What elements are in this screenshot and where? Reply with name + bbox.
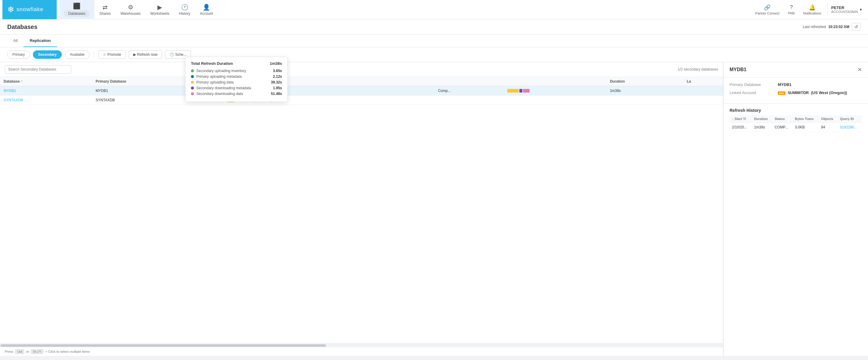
hist-col-status[interactable]: Status	[772, 115, 792, 123]
partner-connect-label: Partner Connect	[755, 11, 779, 15]
nav-item-shares[interactable]: ⇄ Shares	[94, 1, 116, 18]
search-bar-row: 1/2 secondary databases	[0, 62, 723, 77]
tooltip-dot-1	[191, 75, 194, 78]
tooltip-value-0: 3.65s	[273, 69, 282, 73]
hist-col-bytes[interactable]: Bytes Trans	[793, 115, 819, 123]
nav-item-worksheets[interactable]: ▶ Worksheets	[145, 1, 174, 18]
table: Database ↑ Primary Database Linked Accou…	[0, 77, 723, 105]
hist-col-start[interactable]: ↓ Start Ti	[730, 115, 752, 123]
hist-col-queryid[interactable]: Query ID	[838, 115, 862, 123]
last-refreshed-label: Last refreshed	[803, 25, 826, 29]
nav-item-databases[interactable]: ⬛ Databases	[59, 0, 94, 19]
progress-seg-2	[519, 89, 522, 93]
nav-label-databases: Databases	[64, 10, 90, 17]
nav-label-account: Account	[200, 11, 213, 16]
history-row-1[interactable]: 2/10/20... 1m38s COMP... 3.0KB 84 019228…	[730, 123, 862, 132]
table-body: MYDB1 MYDB1 aws SUMMI... (US West (Ore..…	[0, 86, 723, 105]
db-count: 1/2 secondary databases	[678, 67, 718, 71]
hist-queryid: 0192280...	[838, 123, 862, 132]
user-area[interactable]: PETER ACCOUNTADMIN ▾	[827, 4, 866, 15]
hist-col-duration[interactable]: Duration	[752, 115, 772, 123]
promote-label: Promote	[107, 53, 121, 57]
page-title: Databases	[7, 24, 37, 30]
col-database[interactable]: Database ↑	[0, 77, 92, 86]
refresh-history-title: Refresh History	[730, 104, 862, 115]
help-label: Help	[788, 11, 795, 15]
user-name: PETER	[831, 5, 858, 10]
table-row-mydb1[interactable]: MYDB1 MYDB1 aws SUMMI... (US West (Ore..…	[0, 86, 723, 96]
user-dropdown-icon: ▾	[860, 7, 862, 12]
history-table-header: ↓ Start Ti Duration Status Bytes Trans O…	[730, 115, 862, 123]
linked-account-value: aws SUMMITDR (US West (Oregon))	[778, 91, 847, 95]
col-last[interactable]: La	[683, 77, 723, 86]
cmd-key: Cmd	[15, 350, 24, 354]
cell-duration-mydb1: 1m38s	[606, 86, 683, 96]
cell-last-syntaxdb	[683, 96, 723, 105]
tooltip-label-4: Secondary downloading data	[196, 92, 271, 96]
nav-label-shares: Shares	[99, 11, 111, 16]
tooltip-label-1: Primary uploading metadata	[196, 74, 273, 79]
filter-secondary[interactable]: Secondary	[33, 51, 62, 59]
detail-row-primary-db: Primary Database MYDB1	[730, 82, 862, 87]
tooltip-value-2: 39.32s	[271, 80, 282, 85]
nav-item-account[interactable]: 👤 Account	[195, 1, 218, 18]
status-bar: Press Cmd or Shift + Click to select mul…	[0, 347, 723, 356]
scrollbar-area[interactable]	[0, 343, 723, 347]
query-id-link[interactable]: 0192280...	[840, 125, 857, 129]
history-table-body: 2/10/20... 1m38s COMP... 3.0KB 84 019228…	[730, 123, 862, 132]
worksheets-icon: ▶	[157, 4, 162, 11]
scrollbar-thumb[interactable]	[1, 344, 326, 347]
promote-button[interactable]: ☆ Promote	[98, 51, 125, 59]
col-duration[interactable]: Duration	[606, 77, 683, 86]
filter-divider	[94, 51, 94, 58]
db-link-syntaxdb[interactable]: SYNTAXDB	[4, 98, 23, 102]
db-link-mydb1[interactable]: MYDB1	[4, 89, 16, 93]
hist-duration: 1m38s	[752, 123, 772, 132]
cell-duration-syntaxdb	[606, 96, 683, 105]
progress-seg-3	[523, 89, 530, 93]
notifications-button[interactable]: 🔔 Notifications	[800, 2, 825, 17]
filter-primary[interactable]: Primary	[7, 51, 30, 59]
tooltip-overlay: Total Refresh Duration 1m38s Secondary u…	[185, 57, 288, 102]
nav-item-warehouses[interactable]: ⚙ Warehouses	[116, 1, 145, 18]
aws-badge-detail: aws	[778, 91, 785, 95]
tooltip-value-3: 1.95s	[273, 86, 282, 90]
tabs-bar: All Replication	[0, 35, 868, 47]
tooltip-title: Total Refresh Duration 1m38s	[191, 61, 282, 66]
top-navigation: ❄ snowflake ⬛ Databases ⇄ Shares ⚙ Wareh…	[0, 0, 868, 19]
tab-replication[interactable]: Replication	[24, 35, 57, 47]
tooltip-row-0: Secondary uploading inventory 3.65s	[191, 69, 282, 73]
cell-progress-syntaxdb	[504, 96, 606, 105]
hist-col-objects[interactable]: Objects	[819, 115, 838, 123]
detail-rows: Primary Database MYDB1 Linked Account aw…	[723, 77, 868, 104]
tooltip-title-value: 1m38s	[270, 61, 282, 66]
partner-connect-button[interactable]: 🔗 Partner Connect	[752, 2, 783, 17]
close-button[interactable]: ✕	[858, 66, 862, 73]
detail-row-linked-account: Linked Account aws SUMMITDR (US West (Or…	[730, 91, 862, 95]
filter-available[interactable]: Available	[65, 51, 90, 59]
tooltip-title-text: Total Refresh Duration	[191, 61, 233, 66]
nav-item-history[interactable]: 🕐 History	[174, 1, 195, 18]
history-icon: 🕐	[181, 4, 188, 11]
tooltip-dot-4	[191, 92, 194, 95]
refresh-button[interactable]: ↺	[852, 23, 861, 31]
left-panel: 1/2 secondary databases Database ↑ Prima…	[0, 62, 723, 356]
search-input[interactable]	[5, 65, 71, 73]
refresh-now-button[interactable]: ▶ Refresh now	[129, 51, 162, 59]
help-button[interactable]: ? Help	[784, 2, 798, 17]
notifications-label: Notifications	[803, 11, 821, 15]
refresh-history-section: Refresh History ↓ Start Ti Duration Stat…	[723, 104, 868, 356]
table-row-syntaxdb[interactable]: SYNTAXDB SYNTAXDB aws SUMMI... (US West …	[0, 96, 723, 105]
tabs: All Replication	[7, 35, 861, 47]
col-status[interactable]	[434, 77, 503, 86]
right-panel: MYDB1 ✕ Primary Database MYDB1 Linked Ac…	[723, 62, 868, 356]
databases-icon: ⬛	[73, 2, 81, 10]
tooltip-row-2: Primary uploading data 39.32s	[191, 80, 282, 85]
status-text-1: Press	[5, 350, 13, 353]
cell-database-syntaxdb: SYNTAXDB	[0, 96, 92, 105]
tab-all[interactable]: All	[7, 35, 24, 47]
nav-label-warehouses: Warehouses	[120, 11, 141, 16]
tooltip-value-1: 2.12s	[273, 74, 282, 79]
logo-area[interactable]: ❄ snowflake	[2, 0, 57, 19]
hist-objects: 84	[819, 123, 838, 132]
